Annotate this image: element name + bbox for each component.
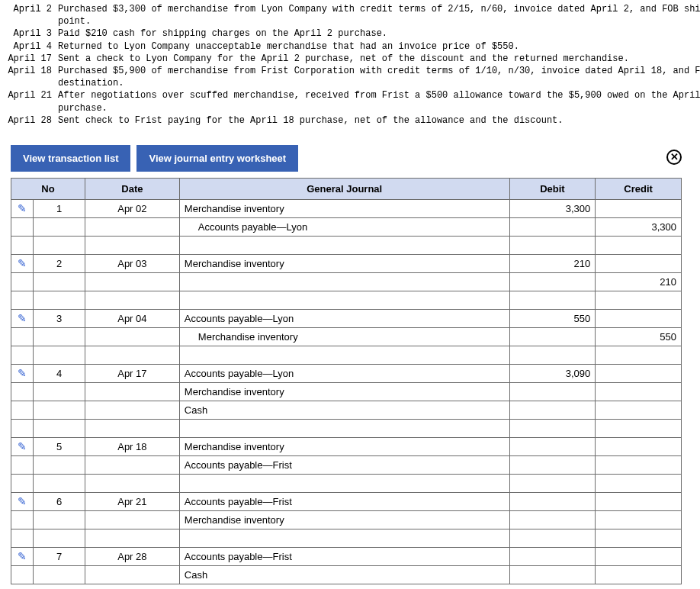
entry-debit[interactable] <box>509 382 596 401</box>
edit-row-button <box>11 382 34 401</box>
entry-credit[interactable] <box>596 565 682 584</box>
transaction-date: April 17 <box>3 53 58 65</box>
entry-debit[interactable]: 3,090 <box>509 364 596 382</box>
entry-account[interactable]: Accounts payable—Lyon <box>179 217 509 236</box>
entry-credit[interactable] <box>596 510 682 529</box>
transaction-line: April 4Returned to Lyon Company unaccept… <box>3 40 700 53</box>
entry-credit[interactable] <box>596 401 682 419</box>
entry-debit[interactable] <box>509 455 596 474</box>
edit-row-button <box>11 510 34 529</box>
journal-row: Merchandise inventory <box>11 510 682 529</box>
transaction-date <box>3 15 58 27</box>
entry-debit[interactable] <box>509 217 596 236</box>
entry-account[interactable]: Accounts payable—Frist <box>179 492 509 510</box>
edit-row-button[interactable]: ✎ <box>11 254 34 272</box>
entry-credit[interactable] <box>596 437 682 455</box>
spacer-cell <box>596 419 682 437</box>
header-date: Date <box>85 178 179 199</box>
entry-credit[interactable] <box>596 364 682 382</box>
entry-account[interactable]: Cash <box>179 401 509 419</box>
entry-credit[interactable] <box>596 254 682 272</box>
entry-date <box>85 327 179 346</box>
entry-date: Apr 03 <box>85 254 179 272</box>
transaction-line: April 17Sent a check to Lyon Company for… <box>3 53 700 65</box>
transaction-line: April 2Purchased $3,300 of merchandise f… <box>3 3 700 15</box>
spacer-cell <box>34 346 85 364</box>
view-journal-entry-worksheet-button[interactable]: View journal entry worksheet <box>136 145 298 172</box>
entry-credit[interactable] <box>596 382 682 401</box>
close-icon[interactable]: ✕ <box>666 150 682 165</box>
entry-credit[interactable]: 550 <box>596 327 682 346</box>
edit-row-button[interactable]: ✎ <box>11 309 34 327</box>
entry-debit[interactable]: 210 <box>509 254 596 272</box>
header-debit: Debit <box>509 178 596 199</box>
entry-credit[interactable] <box>596 455 682 474</box>
transaction-date <box>3 102 58 114</box>
entry-account[interactable]: Merchandise inventory <box>179 327 509 346</box>
transaction-text: point. <box>58 15 700 27</box>
journal-row: Accounts payable—Lyon3,300 <box>11 217 682 236</box>
entry-account[interactable]: Accounts payable—Lyon <box>179 309 509 327</box>
journal-row: Accounts payable—Frist <box>11 455 682 474</box>
entry-account[interactable]: Merchandise inventory <box>179 437 509 455</box>
entry-debit[interactable]: 3,300 <box>509 199 596 217</box>
entry-account[interactable] <box>179 272 509 291</box>
entry-debit[interactable] <box>509 437 596 455</box>
spacer-cell <box>85 419 179 437</box>
entry-credit[interactable]: 210 <box>596 272 682 291</box>
spacer-row <box>11 419 682 437</box>
edit-row-button[interactable]: ✎ <box>11 437 34 455</box>
entry-date <box>85 217 179 236</box>
edit-row-button[interactable]: ✎ <box>11 492 34 510</box>
entry-date: Apr 02 <box>85 199 179 217</box>
transaction-text: Purchased $3,300 of merchandise from Lyo… <box>58 3 700 15</box>
entry-debit[interactable] <box>509 492 596 510</box>
entry-debit[interactable] <box>509 272 596 291</box>
entry-no <box>34 401 85 419</box>
transaction-text: Returned to Lyon Company unacceptable me… <box>58 40 700 53</box>
entry-debit[interactable] <box>509 401 596 419</box>
entry-account[interactable]: Accounts payable—Frist <box>179 547 509 565</box>
spacer-cell <box>509 474 596 492</box>
entry-account[interactable]: Accounts payable—Lyon <box>179 364 509 382</box>
spacer-cell <box>179 236 509 254</box>
entry-no <box>34 327 85 346</box>
entry-account[interactable]: Merchandise inventory <box>179 199 509 217</box>
spacer-cell <box>596 529 682 547</box>
entry-debit[interactable]: 550 <box>509 309 596 327</box>
edit-row-button[interactable]: ✎ <box>11 199 34 217</box>
pencil-icon: ✎ <box>18 312 27 324</box>
entry-date: Apr 18 <box>85 437 179 455</box>
entry-credit[interactable] <box>596 492 682 510</box>
entry-debit[interactable] <box>509 547 596 565</box>
spacer-cell <box>509 236 596 254</box>
entry-debit[interactable] <box>509 327 596 346</box>
entry-credit[interactable] <box>596 199 682 217</box>
entry-account[interactable]: Merchandise inventory <box>179 382 509 401</box>
edit-row-button[interactable]: ✎ <box>11 364 34 382</box>
spacer-cell <box>179 346 509 364</box>
spacer-row <box>11 529 682 547</box>
entry-account[interactable]: Merchandise inventory <box>179 254 509 272</box>
entry-debit[interactable] <box>509 565 596 584</box>
journal-table: No Date General Journal Debit Credit ✎1A… <box>11 178 682 584</box>
entry-account[interactable]: Cash <box>179 565 509 584</box>
entry-account[interactable]: Merchandise inventory <box>179 510 509 529</box>
entry-date <box>85 272 179 291</box>
edit-row-button <box>11 455 34 474</box>
entry-no: 3 <box>34 309 85 327</box>
entry-credit[interactable] <box>596 547 682 565</box>
transaction-text: Paid $210 cash for shipping charges on t… <box>58 27 700 40</box>
entry-account[interactable]: Accounts payable—Frist <box>179 455 509 474</box>
journal-row: ✎6Apr 21Accounts payable—Frist <box>11 492 682 510</box>
transaction-line: April 28Sent check to Frist paying for t… <box>3 114 700 127</box>
transaction-date: April 3 <box>3 27 58 40</box>
transaction-date: April 4 <box>3 40 58 53</box>
entry-debit[interactable] <box>509 510 596 529</box>
view-transaction-list-button[interactable]: View transaction list <box>11 145 130 172</box>
journal-row: 210 <box>11 272 682 291</box>
edit-row-button[interactable]: ✎ <box>11 547 34 565</box>
edit-row-button <box>11 327 34 346</box>
entry-credit[interactable] <box>596 309 682 327</box>
entry-credit[interactable]: 3,300 <box>596 217 682 236</box>
